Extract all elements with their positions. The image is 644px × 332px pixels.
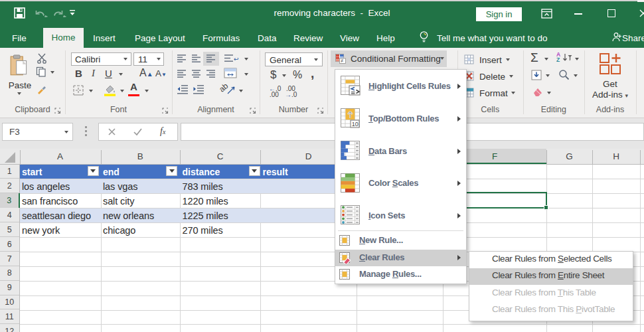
svg-text:10: 10 bbox=[352, 121, 359, 127]
svg-text:≠: ≠ bbox=[341, 58, 343, 64]
